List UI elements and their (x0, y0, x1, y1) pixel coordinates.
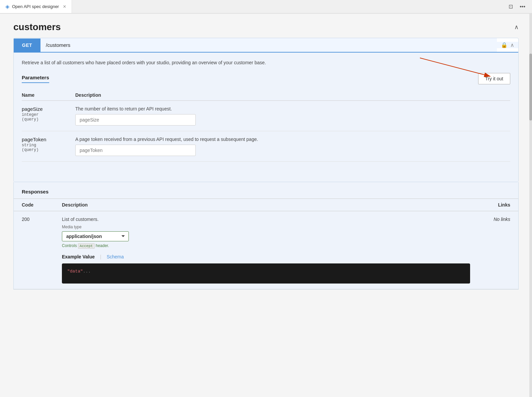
tab-close-button[interactable]: × (63, 4, 66, 10)
responses-card: Responses Code Description Links 200 Lis… (13, 182, 519, 290)
scrollbar-thumb[interactable] (529, 54, 532, 121)
param-name-pagetoken: pageToken string(query) (22, 137, 75, 152)
endpoint-body: Retrieve a list of all customers who hav… (14, 53, 518, 182)
open-api-tab[interactable]: ◈ Open API spec designer × (0, 0, 72, 13)
endpoint-icons: 🔒 ∧ (497, 42, 518, 48)
params-table-header: Name Description (22, 90, 510, 101)
param-input-pagetoken[interactable] (75, 145, 196, 156)
section-title: customers (13, 22, 61, 32)
param-name-text-pagesize: pageSize (22, 106, 43, 112)
responses-table: Code Description Links 200 List of custo… (14, 198, 518, 289)
responses-section: Responses Code Description Links 200 Lis… (13, 182, 519, 290)
tab-bar: ◈ Open API spec designer × ⊡ ••• (0, 0, 532, 13)
response-row-200: 200 List of customers. Media type applic… (14, 211, 518, 289)
endpoint-header: GET /customers 🔒 ∧ (14, 38, 518, 53)
response-desc-200: List of customers. Media type applicatio… (62, 217, 470, 284)
code-ellipsis: ... (83, 269, 91, 274)
method-badge: GET (14, 38, 40, 52)
param-row-inner-pagetoken: pageToken string(query) A page token rec… (22, 137, 510, 156)
main-content: customers ∧ GET /customers 🔒 ∧ Retrieve … (0, 14, 532, 397)
media-type-select[interactable]: application/json (62, 231, 129, 241)
param-desc-pagesize: The number of items to return per API re… (75, 106, 510, 126)
param-desc-pagetoken: A page token received from a previous AP… (75, 137, 510, 156)
media-type-label: Media type (62, 225, 470, 229)
section-header: customers ∧ (13, 22, 519, 32)
controls-text: Controls Accept header. (62, 243, 470, 249)
param-name-pagesize: pageSize integer(query) (22, 106, 75, 122)
collapse-icon: ∧ (514, 24, 519, 30)
scrollbar-track[interactable] (529, 13, 532, 397)
layout-button[interactable]: ⊡ (507, 2, 514, 11)
param-row-pagesize: pageSize integer(query) The number of it… (22, 101, 510, 131)
param-description-pagesize: The number of items to return per API re… (75, 106, 510, 111)
lock-icon: 🔒 (501, 42, 508, 48)
parameters-section: Parameters Try it out Name Description (22, 73, 510, 162)
response-code-200: 200 (22, 217, 62, 222)
response-description-200: List of customers. (62, 217, 470, 222)
more-button[interactable]: ••• (518, 2, 527, 11)
parameters-table: Name Description pageSize integer(query) (22, 90, 510, 162)
param-row-pagetoken: pageToken string(query) A page token rec… (22, 131, 510, 162)
chevron-up-icon[interactable]: ∧ (510, 42, 514, 48)
param-name-text-pagetoken: pageToken (22, 137, 46, 142)
example-tabs: Example Value | Schema (62, 253, 470, 261)
param-input-pagesize[interactable] (75, 114, 196, 126)
responses-table-header: Code Description Links (14, 198, 518, 211)
example-value-tab[interactable]: Example Value (62, 253, 95, 261)
endpoint-card: GET /customers 🔒 ∧ Retrieve a list of al… (13, 38, 519, 182)
param-type-pagesize: integer(query) (22, 112, 75, 122)
response-links-200: No links (470, 217, 510, 222)
param-description-pagetoken: A page token received from a previous AP… (75, 137, 510, 142)
tab-actions: ⊡ ••• (507, 2, 532, 11)
schema-tab[interactable]: Schema (107, 253, 124, 261)
code-key: "data" (67, 269, 83, 274)
parameters-label: Parameters (22, 75, 49, 83)
svg-line-1 (420, 58, 490, 76)
tab-separator: | (100, 254, 101, 259)
responses-label: Responses (14, 182, 518, 198)
endpoint-path: /customers (40, 38, 497, 52)
collapse-button[interactable]: ∧ (514, 23, 519, 31)
code-block: "data"... (62, 263, 470, 284)
col-desc-header: Description (75, 92, 510, 98)
annotation-arrow (417, 55, 510, 81)
tab-icon: ◈ (5, 3, 9, 10)
tab-label: Open API spec designer (12, 4, 59, 9)
responses-col-links: Links (470, 202, 510, 208)
responses-col-description: Description (62, 202, 470, 208)
layout-icon: ⊡ (509, 4, 513, 9)
param-row-inner: pageSize integer(query) The number of it… (22, 106, 510, 126)
col-name-header: Name (22, 92, 75, 98)
more-icon: ••• (520, 4, 525, 9)
responses-col-code: Code (22, 202, 62, 208)
example-value-row: Example Value | Schema "data"... (62, 253, 470, 284)
accept-badge: Accept (78, 243, 95, 249)
param-type-pagetoken: string(query) (22, 143, 75, 152)
